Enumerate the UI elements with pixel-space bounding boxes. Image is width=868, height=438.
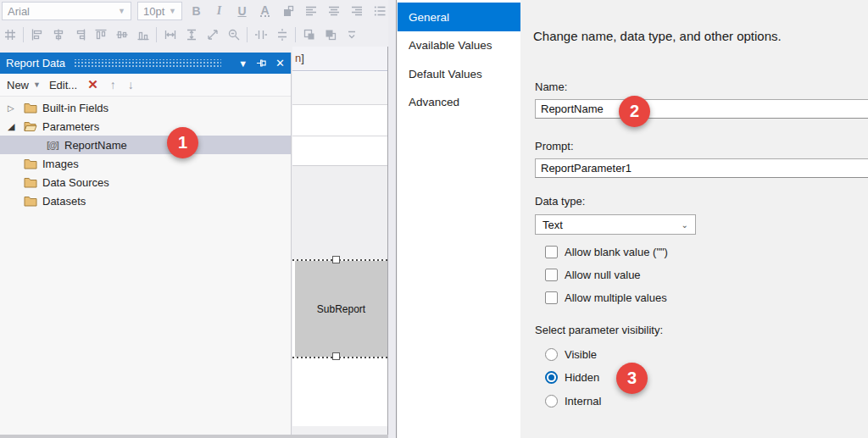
subreport-element[interactable]: SubReport [295,261,387,357]
data-type-dropdown[interactable]: Text ⌄ [535,214,696,235]
align-right-icon[interactable] [348,3,364,19]
checkbox-icon[interactable] [545,246,558,258]
vertical-spacing-icon[interactable] [274,27,290,43]
report-data-titlebar: Report Data ▼ ✕ [0,53,291,74]
snap-to-grid-icon[interactable] [2,27,18,43]
align-left-icon[interactable] [303,3,319,19]
design-row-expression: n] [292,47,387,71]
font-family-combobox[interactable]: Arial ▼ [2,2,131,20]
bold-icon[interactable]: B [188,3,204,19]
selection-border-top [292,259,387,261]
font-size-combobox[interactable]: 10pt ▼ [137,2,182,20]
fill-color-icon[interactable] [280,3,296,19]
align-center-icon[interactable] [326,3,342,19]
delete-icon[interactable]: ✕ [87,77,98,92]
horizontal-spacing-icon[interactable] [253,27,269,43]
radio-hidden[interactable]: Hidden [545,369,599,386]
tree-item-images[interactable]: Images [0,154,291,173]
italic-icon[interactable]: I [211,3,227,19]
expander-collapsed-icon[interactable]: ▷ [8,103,18,113]
chevron-down-icon: ▼ [169,7,176,15]
align-centers-icon[interactable] [50,27,66,43]
send-to-back-icon[interactable] [322,27,338,43]
checkbox-icon[interactable] [545,269,558,281]
tab-advanced[interactable]: Advanced [398,88,520,117]
tab-default-values[interactable]: Default Values [398,59,520,88]
font-color-icon[interactable]: A [257,3,273,19]
checkbox-allow-null-value[interactable]: Allow null value [545,266,641,283]
tree-item-label: Built-in Fields [42,102,108,114]
folder-icon [24,175,37,189]
tree-item-datasets[interactable]: Datasets [0,191,291,210]
data-type-label: Data type: [535,195,585,208]
same-width-icon[interactable] [162,27,178,43]
data-type-value: Text [542,219,563,231]
list-icon[interactable] [371,3,387,19]
checkbox-label: Allow multiple values [565,291,667,304]
tree-item-reportname[interactable]: [@]ReportName [0,136,291,154]
font-size-value: 10pt [143,5,164,18]
align-bottoms-icon[interactable] [135,27,151,43]
close-icon[interactable]: ✕ [275,57,285,69]
align-lefts-icon[interactable] [29,27,45,43]
bring-to-front-icon[interactable] [301,27,317,43]
pin-icon[interactable] [256,58,267,69]
zoom-icon[interactable] [225,27,242,43]
same-height-icon[interactable] [183,27,199,43]
same-size-icon[interactable] [204,27,220,43]
design-row-divider [292,136,387,136]
expander-expanded-icon[interactable]: ◢ [8,121,18,132]
folder-open-icon [24,119,37,133]
chevron-down-icon: ⌄ [682,220,688,230]
tab-available-values[interactable]: Available Values [398,31,520,60]
design-row-band [292,72,387,105]
folder-icon [24,194,37,208]
window-position-icon[interactable]: ▼ [238,58,248,69]
align-middles-icon[interactable] [114,27,130,43]
resize-handle-top[interactable] [332,256,340,263]
underline-icon[interactable]: U [234,3,250,19]
toolbar-separator [295,27,296,42]
folder-icon [24,101,37,114]
toolbar-row-layout [2,25,359,45]
checkbox-label: Allow null value [565,269,641,281]
expression-fragment: n] [295,52,304,64]
radio-internal[interactable]: Internal [545,392,601,409]
radio-visible[interactable]: Visible [545,346,597,363]
formatting-toolbar: Arial ▼ 10pt ▼ BIUA [0,0,398,47]
tree-item-built-in-fields[interactable]: ▷Built-in Fields [0,98,291,117]
name-input[interactable] [535,99,868,119]
dialog-tab-list: GeneralAvailable ValuesDefault ValuesAdv… [398,0,520,438]
align-tops-icon[interactable] [92,27,108,43]
tree-item-parameters[interactable]: ◢Parameters [0,117,291,136]
checkbox-allow-blank-value-[interactable]: Allow blank value ("") [545,243,668,260]
toolbar-separator [247,27,248,42]
prompt-input[interactable] [535,158,868,178]
prompt-label: Prompt: [535,140,574,152]
align-rights-icon[interactable] [71,27,87,43]
radio-label: Internal [565,395,601,408]
tree-item-label: Images [42,158,79,170]
parameter-icon: [@] [46,138,59,152]
resize-handle-bottom[interactable] [332,352,340,360]
name-label: Name: [535,80,567,93]
report-parameter-properties-dialog: GeneralAvailable ValuesDefault ValuesAdv… [396,0,868,438]
tree-item-data-sources[interactable]: Data Sources [0,173,291,191]
new-button[interactable]: New [7,79,29,91]
toolbar-separator [23,27,24,42]
chevron-down-icon: ▼ [118,7,125,15]
move-down-icon[interactable]: ↓ [128,78,134,91]
radio-icon[interactable] [545,395,558,408]
edit-button[interactable]: Edit... [49,79,77,91]
checkbox-allow-multiple-values[interactable]: Allow multiple values [545,289,667,306]
overflow-icon[interactable] [343,27,359,43]
radio-icon[interactable] [545,348,558,361]
chevron-down-icon[interactable]: ▼ [33,80,41,89]
move-up-icon[interactable]: ↑ [110,78,116,91]
checkbox-icon[interactable] [545,291,558,304]
radio-icon[interactable] [545,371,558,384]
report-design-surface: n] SubReport [292,47,387,438]
radio-label: Visible [565,348,597,361]
tab-general[interactable]: General [398,3,520,31]
tree-item-label: Data Sources [42,176,109,189]
